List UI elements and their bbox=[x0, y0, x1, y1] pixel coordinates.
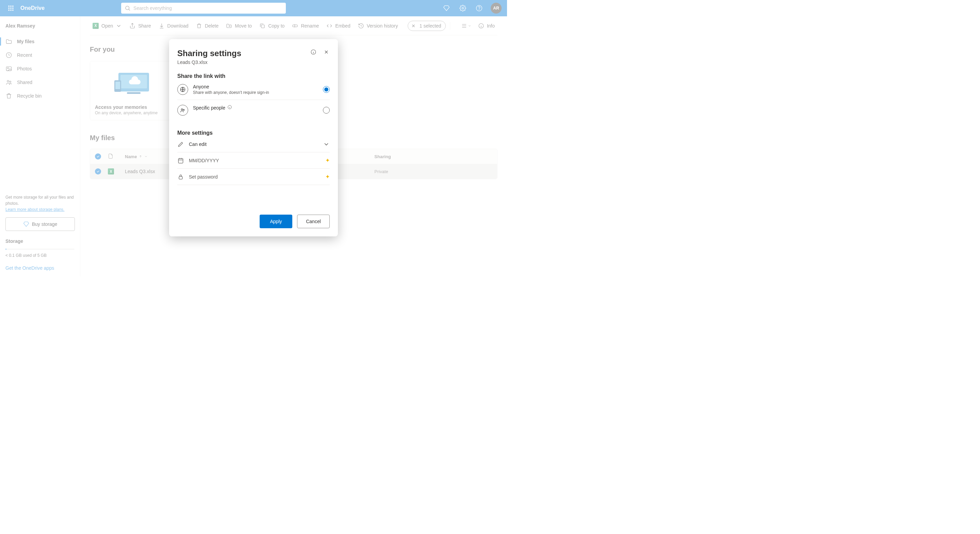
share-with-heading: Share the link with bbox=[177, 73, 330, 79]
option-text: Specific people bbox=[193, 105, 318, 111]
more-settings-heading: More settings bbox=[177, 130, 330, 136]
dialog-close-button[interactable] bbox=[321, 47, 332, 57]
chevron-down-icon bbox=[323, 141, 330, 148]
people-icon bbox=[177, 105, 188, 116]
info-icon bbox=[310, 49, 317, 55]
pencil-icon bbox=[177, 141, 184, 148]
share-option-specific[interactable]: Specific people bbox=[177, 100, 330, 121]
password-input[interactable] bbox=[189, 174, 321, 180]
cancel-button[interactable]: Cancel bbox=[297, 215, 330, 228]
radio-anyone[interactable] bbox=[323, 86, 330, 93]
option-text: Anyone Share with anyone, doesn't requir… bbox=[193, 84, 318, 95]
option-title: Specific people bbox=[193, 105, 225, 111]
svg-rect-33 bbox=[179, 176, 182, 179]
sharing-settings-dialog: Sharing settings Leads Q3.xlsx Share the… bbox=[169, 39, 338, 237]
svg-rect-32 bbox=[178, 159, 183, 163]
expiry-date-input[interactable] bbox=[189, 158, 321, 163]
dialog-actions: Apply Cancel bbox=[259, 215, 330, 228]
password-row[interactable]: ✦ bbox=[177, 169, 330, 185]
globe-icon bbox=[177, 84, 188, 95]
premium-star-icon: ✦ bbox=[325, 157, 330, 164]
radio-specific[interactable] bbox=[323, 107, 330, 114]
permission-dropdown[interactable]: Can edit bbox=[177, 136, 330, 153]
calendar-icon bbox=[177, 157, 184, 164]
svg-point-30 bbox=[183, 109, 185, 111]
permission-label: Can edit bbox=[189, 141, 318, 147]
dialog-info-button[interactable] bbox=[308, 47, 319, 57]
premium-star-icon: ✦ bbox=[325, 173, 330, 180]
option-title: Anyone bbox=[193, 84, 318, 89]
option-subtitle: Share with anyone, doesn't require sign-… bbox=[193, 90, 318, 95]
apply-button[interactable]: Apply bbox=[259, 215, 292, 228]
info-icon[interactable] bbox=[227, 105, 232, 111]
lock-icon bbox=[177, 173, 184, 180]
share-option-anyone[interactable]: Anyone Share with anyone, doesn't requir… bbox=[177, 79, 330, 100]
dialog-file-name: Leads Q3.xlsx bbox=[177, 59, 330, 65]
expiry-row[interactable]: ✦ bbox=[177, 153, 330, 169]
close-icon bbox=[324, 49, 329, 55]
svg-point-29 bbox=[181, 109, 183, 111]
dialog-title: Sharing settings bbox=[177, 49, 330, 58]
